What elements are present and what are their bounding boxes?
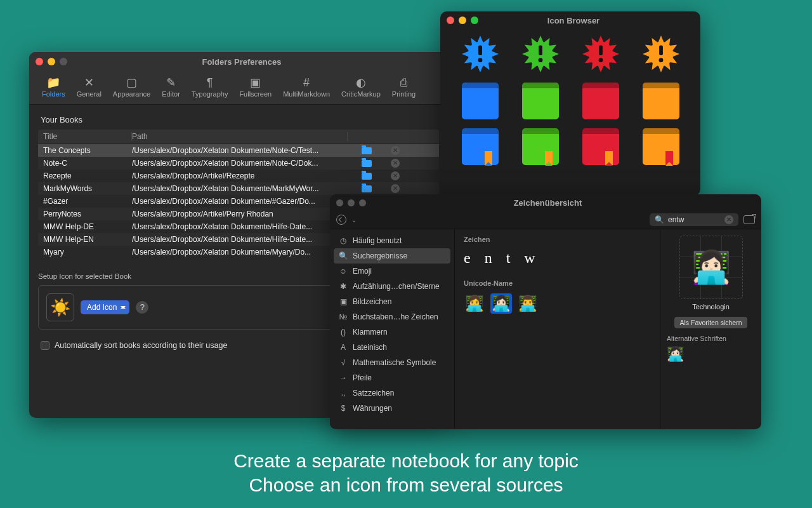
character-name: Technologin (667, 303, 755, 311)
close-icon[interactable] (336, 199, 343, 206)
typography-icon: ¶ (192, 75, 228, 90)
emoji-result[interactable]: 👨‍💻 (517, 293, 539, 314)
table-row[interactable]: Note-C/Users/alex/Dropbox/Xelaton Dokume… (38, 157, 439, 170)
remove-icon[interactable]: ✕ (391, 159, 400, 168)
zeichen-label: Zeichen (464, 236, 651, 243)
book-icon[interactable] (643, 83, 679, 119)
remove-icon[interactable]: ✕ (391, 146, 400, 155)
toolbar-printing[interactable]: ⎙Printing (388, 74, 419, 99)
auto-sort-label: Automatically sort books according to th… (55, 341, 227, 350)
col-title[interactable]: Title (43, 132, 132, 141)
category-item[interactable]: ALateinisch (334, 340, 450, 355)
svg-rect-1 (478, 45, 482, 55)
table-row[interactable]: MarkMyWords/Users/alex/Dropbox/Xelaton D… (38, 182, 439, 195)
category-icon: ◷ (339, 236, 348, 245)
burst-icon[interactable] (641, 34, 681, 74)
burst-icon[interactable] (461, 34, 500, 74)
alt-font-emoji[interactable]: 👩🏻‍💻 (667, 346, 755, 363)
general-icon: ✕ (77, 75, 102, 90)
close-icon[interactable] (447, 17, 454, 24)
toolbar-fullscreen[interactable]: ▣Fullscreen (235, 74, 275, 99)
table-row[interactable]: The Concepts/Users/alex/Dropbox/Xelaton … (38, 144, 439, 157)
character-results[interactable]: entw (464, 250, 651, 267)
back-icon[interactable] (336, 215, 346, 225)
character-detail: 👩🏻‍💻 Technologin Als Favoriten sichern A… (660, 229, 761, 429)
category-item[interactable]: ☺Emoji (334, 264, 450, 279)
burst-icon[interactable] (521, 34, 560, 74)
category-icon: ., (339, 389, 348, 398)
zoom-icon[interactable] (359, 199, 366, 206)
character-main: Zeichen entw Unicode-Name 👩‍💻👩🏻‍💻👨‍💻 (454, 229, 660, 429)
close-icon[interactable] (36, 58, 43, 65)
search-icon: 🔍 (655, 215, 664, 224)
svg-point-2 (478, 58, 482, 62)
expand-icon[interactable] (743, 215, 755, 224)
bookmark-icon[interactable] (582, 128, 619, 165)
emoji-result[interactable]: 👩‍💻 (464, 293, 485, 314)
favorite-button[interactable]: Als Favoriten sichern (674, 317, 747, 328)
category-icon: → (339, 373, 348, 382)
folder-icon (362, 185, 372, 192)
zoom-icon[interactable] (60, 58, 67, 65)
unicode-name-label: Unicode-Name (464, 279, 651, 287)
table-row[interactable]: Rezepte/Users/alex/Dropbox/Artikel/Rezep… (38, 170, 439, 182)
clear-search-icon[interactable]: ✕ (724, 215, 733, 224)
chevron-down-icon[interactable]: ⌄ (351, 217, 357, 224)
toolbar-criticmarkup[interactable]: ◐CriticMarkup (337, 74, 384, 99)
toolbar-typography[interactable]: ¶Typography (188, 74, 232, 99)
your-books-label: Your Books (29, 105, 448, 130)
category-icon: √ (339, 358, 348, 367)
prefs-title: Folders Preferences (67, 57, 416, 67)
table-header: Title Path (38, 130, 439, 144)
minimize-icon[interactable] (459, 17, 466, 24)
bookmark-icon[interactable] (462, 128, 499, 165)
category-item[interactable]: →Pfeile (334, 370, 450, 385)
category-item[interactable]: $Währungen (334, 401, 450, 416)
category-sidebar: ◷Häufig benutzt🔍Suchergebnisse☺Emoji✱Auf… (330, 229, 454, 429)
category-icon: ▣ (339, 297, 348, 306)
emoji-result[interactable]: 👩🏻‍💻 (490, 293, 512, 314)
category-item[interactable]: ()Klammern (334, 324, 450, 340)
category-item[interactable]: √Mathematische Symbole (334, 355, 450, 370)
selected-icon-preview[interactable]: ☀️ (46, 293, 74, 321)
z-titlebar[interactable]: Zeichenübersicht (330, 194, 761, 211)
prefs-titlebar[interactable]: Folders Preferences (29, 52, 448, 71)
ib-titlebar[interactable]: Icon Browser (440, 11, 700, 29)
toolbar-general[interactable]: ✕General (73, 74, 105, 99)
search-value: entw (668, 215, 684, 224)
toolbar-appearance[interactable]: ▢Appearance (109, 74, 154, 99)
bookmark-icon[interactable] (643, 128, 679, 165)
category-item[interactable]: №Buchstaben…he Zeichen (334, 309, 450, 324)
zoom-icon[interactable] (471, 17, 478, 24)
book-icon[interactable] (462, 83, 499, 119)
category-item[interactable]: ◷Häufig benutzt (334, 233, 450, 248)
remove-icon[interactable]: ✕ (391, 171, 400, 180)
folder-icon (362, 173, 372, 180)
toolbar-folders[interactable]: 📁Folders (38, 74, 69, 99)
appearance-icon: ▢ (113, 75, 150, 90)
minimize-icon[interactable] (48, 58, 55, 65)
category-item[interactable]: ▣Bildzeichen (334, 294, 450, 309)
remove-icon[interactable]: ✕ (391, 184, 400, 193)
auto-sort-checkbox[interactable] (41, 341, 49, 350)
svg-rect-4 (539, 45, 542, 55)
book-icon[interactable] (522, 83, 559, 119)
criticmarkup-icon: ◐ (341, 75, 381, 90)
category-item[interactable]: .,Satzzeichen (334, 385, 450, 401)
toolbar-editor[interactable]: ✎Editor (158, 74, 184, 99)
category-item[interactable]: 🔍Suchergebnisse (334, 248, 450, 264)
bookmark-icon[interactable] (522, 128, 559, 165)
category-item[interactable]: ✱Aufzählung…chen/Sterne (334, 279, 450, 294)
alt-fonts-label: Alternative Schriften (667, 335, 755, 342)
add-icon-dropdown[interactable]: Add Icon (81, 300, 129, 314)
minimize-icon[interactable] (348, 199, 355, 206)
toolbar-multimarkdown[interactable]: #MultiMarkdown (279, 74, 334, 99)
help-button[interactable]: ? (136, 301, 148, 314)
category-icon: 🔍 (339, 251, 348, 260)
character-viewer-window: Zeichenübersicht ⌄ 🔍 entw ✕ ◷Häufig benu… (330, 194, 761, 429)
svg-rect-7 (599, 45, 603, 55)
book-icon[interactable] (582, 83, 619, 119)
col-path[interactable]: Path (132, 132, 348, 141)
search-input[interactable]: 🔍 entw ✕ (650, 213, 738, 226)
burst-icon[interactable] (581, 34, 620, 74)
